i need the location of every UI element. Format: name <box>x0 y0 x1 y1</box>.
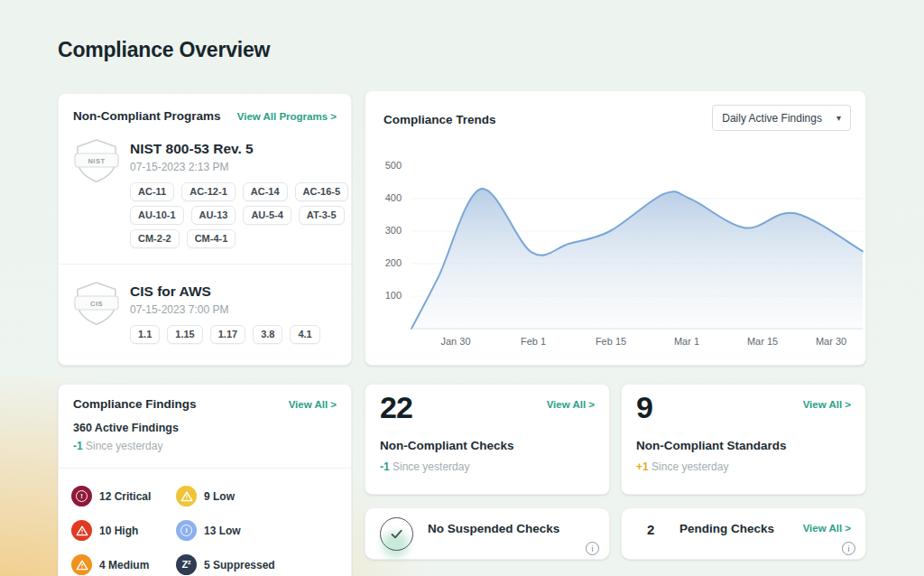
control-tag[interactable]: 1.1 <box>130 325 160 344</box>
severity-item-low[interactable]: 9 Low <box>176 486 275 506</box>
control-tag[interactable]: CM-4-1 <box>187 229 236 248</box>
standards-count: 9 <box>636 390 652 425</box>
program-tags: 1.1 1.15 1.17 3.8 4.1 <box>130 325 356 344</box>
program-timestamp: 07-15-2023 2:13 PM <box>130 161 228 173</box>
control-tag[interactable]: AC-11 <box>130 182 174 201</box>
y-axis-tick: 400 <box>374 192 402 203</box>
y-axis-tick: 300 <box>374 225 402 236</box>
findings-delta: -1 Since yesterday <box>73 440 162 452</box>
control-tag[interactable]: CM-2-2 <box>130 229 180 248</box>
trends-range-select[interactable]: Daily Active Findings ▾ <box>712 105 851 131</box>
pending-count: 2 <box>647 522 654 537</box>
standards-card-title: Non-Compliant Standards <box>636 439 787 452</box>
control-tag[interactable]: AT-3-5 <box>299 206 345 225</box>
delta-value: +1 <box>636 460 649 473</box>
control-tag[interactable]: 3.8 <box>253 325 282 344</box>
info-icon[interactable]: i <box>842 542 855 555</box>
program-name[interactable]: NIST 800-53 Rev. 5 <box>130 141 254 157</box>
checks-delta: -1 Since yesterday <box>380 460 469 473</box>
trend-area-chart[interactable] <box>411 166 863 338</box>
cis-shield-icon: CIS <box>71 279 122 331</box>
control-tag[interactable]: AU-5-4 <box>243 206 291 225</box>
divider <box>59 264 351 265</box>
svg-text:NIST: NIST <box>88 157 105 165</box>
control-tag[interactable]: 1.17 <box>210 325 245 344</box>
compliance-trends-card: Compliance Trends Daily Active Findings … <box>365 90 866 366</box>
control-tag[interactable]: AC-12-1 <box>181 182 236 201</box>
standards-delta: +1 Since yesterday <box>636 460 728 473</box>
trends-card-title: Compliance Trends <box>383 113 496 126</box>
delta-note: Since yesterday <box>86 440 162 452</box>
control-tag[interactable]: 1.15 <box>167 325 202 344</box>
severity-item-high[interactable]: 10 High <box>71 520 176 541</box>
delta-note: Since yesterday <box>393 460 469 473</box>
y-axis-tick: 100 <box>374 290 402 301</box>
view-all-findings-link[interactable]: View All > <box>289 399 337 410</box>
warning-icon <box>176 486 197 506</box>
findings-card-title: Compliance Findings <box>73 397 197 411</box>
x-axis-tick: Jan 30 <box>440 336 470 347</box>
checks-card-title: Non-Compliant Checks <box>380 439 514 452</box>
x-axis-tick: Mar 15 <box>747 336 778 347</box>
control-tag[interactable]: AU-10-1 <box>130 206 184 225</box>
compliance-findings-card: Compliance Findings View All > 360 Activ… <box>58 384 352 576</box>
warning-icon <box>71 520 92 541</box>
critical-icon: ! <box>71 486 92 506</box>
control-tag[interactable]: AC-16-5 <box>295 182 349 201</box>
divider <box>59 468 351 469</box>
non-compliant-standards-card: 9 View All > Non-Compliant Standards +1 … <box>621 384 866 495</box>
y-axis-tick: 200 <box>374 257 402 268</box>
severity-grid: ! 12 Critical 9 Low 10 High i 1 <box>71 486 275 575</box>
control-tag[interactable]: AU-13 <box>191 206 236 225</box>
severity-item-medium[interactable]: 4 Medium <box>71 554 176 575</box>
non-compliant-checks-card: 22 View All > Non-Compliant Checks -1 Si… <box>365 384 610 495</box>
nist-shield-icon: NIST <box>71 136 122 189</box>
check-circle-icon <box>380 517 413 551</box>
suspended-card-title: No Suspended Checks <box>428 522 559 535</box>
page-title: Compliance Overview <box>58 38 270 62</box>
program-name[interactable]: CIS for AWS <box>130 283 211 300</box>
warning-icon <box>71 554 92 575</box>
delta-value: -1 <box>73 440 83 452</box>
suspended-checks-card: No Suspended Checks i <box>365 507 610 560</box>
trend-plot-area: 500 400 300 200 100 Jan 30 <box>411 166 863 338</box>
info-icon: i <box>176 520 197 541</box>
svg-text:CIS: CIS <box>90 300 103 308</box>
chevron-down-icon: ▾ <box>836 114 841 123</box>
compliance-overview-page: Compliance Overview Non-Compliant Progra… <box>0 0 924 576</box>
severity-item-critical[interactable]: ! 12 Critical <box>71 486 176 506</box>
view-all-checks-link[interactable]: View All > <box>547 399 595 410</box>
view-all-programs-link[interactable]: View All Programs > <box>237 111 337 122</box>
range-select-value: Daily Active Findings <box>722 112 822 125</box>
delta-value: -1 <box>380 460 390 473</box>
y-axis-tick: 500 <box>374 160 402 171</box>
pending-checks-card: 2 Pending Checks View All > i <box>621 507 866 560</box>
view-all-standards-link[interactable]: View All > <box>803 399 851 410</box>
severity-item-info-low[interactable]: i 13 Low <box>176 520 275 541</box>
programs-card-title: Non-Compliant Programs <box>73 109 221 123</box>
x-axis-tick: Mar 30 <box>816 336 846 347</box>
sleep-icon: Zz <box>176 554 197 575</box>
active-findings-count: 360 Active Findings <box>73 422 179 434</box>
delta-note: Since yesterday <box>651 460 728 473</box>
program-tags: AC-11 AC-12-1 AC-14 AC-16-5 AU-10-1 AU-1… <box>130 182 356 248</box>
view-all-pending-link[interactable]: View All > <box>803 523 851 534</box>
program-timestamp: 07-15-2023 7:00 PM <box>130 303 228 316</box>
x-axis-tick: Feb 15 <box>596 336 626 347</box>
pending-card-title: Pending Checks <box>679 522 774 535</box>
x-axis-tick: Mar 1 <box>674 336 699 347</box>
control-tag[interactable]: 4.1 <box>290 325 319 344</box>
control-tag[interactable]: AC-14 <box>243 182 288 201</box>
severity-item-suppressed[interactable]: Zz 5 Suppressed <box>176 554 275 575</box>
info-icon[interactable]: i <box>586 542 599 555</box>
non-compliant-programs-card: Non-Compliant Programs View All Programs… <box>58 93 352 366</box>
x-axis-tick: Feb 1 <box>521 336 546 347</box>
checks-count: 22 <box>380 390 412 425</box>
